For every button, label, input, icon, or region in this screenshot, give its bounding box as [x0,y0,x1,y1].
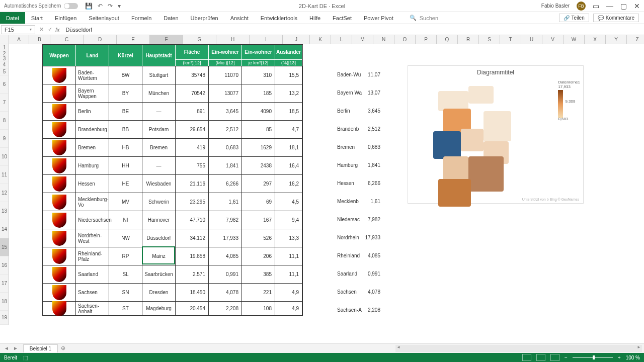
row-header-11[interactable]: 11 [0,166,9,184]
cell-auslaender[interactable]: 18,1 [275,139,302,156]
cancel-icon[interactable]: ✕ [39,26,44,33]
side-list-row[interactable]: Nordrhein17,933 [337,228,380,246]
cell-flaeche[interactable]: 19.858 [176,247,209,265]
col-header-J[interactable]: J [283,35,310,44]
cell-einwohner-km[interactable]: 1629 [242,139,275,156]
cell-kuerzel[interactable]: BW [109,66,142,84]
ribbon-tab-überprüfen[interactable]: Überprüfen [185,12,224,24]
cell-flaeche[interactable]: 755 [176,157,209,174]
cell-flaeche[interactable]: 47.710 [176,211,209,229]
cell-einwohner-mio[interactable]: 4,078 [209,284,242,301]
cell-hauptstadt[interactable]: — [142,157,176,174]
side-list-row[interactable]: Berlin3,645 [337,102,380,120]
cell-flaeche[interactable]: 18.450 [176,284,209,301]
cell-einwohner-mio[interactable]: 2,512 [209,121,242,138]
cell-hauptstadt[interactable]: Potsdam [142,121,176,138]
col-header-R[interactable]: R [458,35,479,44]
row-headers[interactable]: 12345678910111213141516171819 [0,44,9,325]
cell-einwohner-km[interactable]: 310 [242,66,275,84]
cell-land[interactable]: Brandenburg [76,121,109,138]
cell-hauptstadt[interactable]: Magdeburg [142,302,176,315]
col-header-Y[interactable]: Y [606,35,627,44]
ribbon-tab-start[interactable]: Start [25,12,49,24]
cell-auslaender[interactable]: 15,5 [275,66,302,84]
col-header-H[interactable]: H [216,35,250,44]
row-header-5[interactable]: 5 [0,68,9,75]
row-header-1[interactable]: 1 [0,44,9,51]
col-header-O[interactable]: O [394,35,416,44]
col-header-I[interactable]: I [250,35,283,44]
cell-land[interactable]: Baden-Württem [76,66,109,84]
cell-wappen[interactable] [43,265,76,283]
cell-land[interactable]: Rheinland-Pfalz [76,247,109,265]
col-header-G[interactable]: G [183,35,216,44]
cell-hauptstadt[interactable]: Dresden [142,284,176,301]
cell-flaeche[interactable]: 20.454 [176,302,209,315]
side-list-row[interactable]: Brandenb2,512 [337,120,380,138]
cell-einwohner-km[interactable]: 385 [242,265,275,283]
cell-einwohner-km[interactable]: 108 [242,302,275,315]
cell-land[interactable]: Sachsen [76,284,109,301]
cell-auslaender[interactable]: 16,2 [275,175,302,193]
cell-auslaender[interactable]: 18,5 [275,103,302,120]
cell-kuerzel[interactable]: NW [109,229,142,247]
cell-flaeche[interactable]: 891 [176,103,209,120]
ribbon-tab-power pivot[interactable]: Power Pivot [358,12,399,24]
cell-auslaender[interactable]: 4,5 [275,193,302,211]
cell-einwohner-mio[interactable]: 4,085 [209,247,242,265]
cell-wappen[interactable] [43,211,76,229]
cell-kuerzel[interactable]: ST [109,302,142,315]
cell-einwohner-mio[interactable]: 3,645 [209,103,242,120]
spreadsheet-grid[interactable]: ABCDEFGHIJKLMNOPQRSTUVWXYZ 1234567891011… [0,35,644,344]
ribbon-tab-ansicht[interactable]: Ansicht [224,12,255,24]
cell-einwohner-mio[interactable]: 17,933 [209,229,242,247]
qat-more-icon[interactable]: ▾ [118,3,121,10]
name-box[interactable]: F15▾ [1,25,35,34]
row-header-13[interactable]: 13 [0,202,9,220]
row-header-7[interactable]: 7 [0,94,9,112]
cell-wappen[interactable] [43,157,76,174]
cell-flaeche[interactable]: 419 [176,139,209,156]
cell-auslaender[interactable]: 9,4 [275,211,302,229]
cell-hauptstadt[interactable]: Wiesbaden [142,175,176,193]
autosave-toggle[interactable] [64,3,78,9]
row-header-4[interactable]: 4 [0,61,9,68]
cell-einwohner-km[interactable]: 526 [242,229,275,247]
cell-kuerzel[interactable]: SL [109,265,142,283]
cell-auslaender[interactable]: 16,4 [275,157,302,174]
search-box[interactable]: 🔍 Suchen [410,12,438,24]
cell-land[interactable]: Hamburg [76,157,109,174]
cell-hauptstadt[interactable]: Hannover [142,211,176,229]
cell-auslaender[interactable]: 4,9 [275,302,302,315]
select-all-corner[interactable] [0,35,9,44]
row-header-12[interactable]: 12 [0,184,9,202]
col-header-X[interactable]: X [585,35,606,44]
cell-einwohner-mio[interactable]: 0,991 [209,265,242,283]
side-list-row[interactable]: Mecklenb1,61 [337,192,380,210]
col-header-D[interactable]: D [84,35,117,44]
cell-auslaender[interactable]: 4,7 [275,121,302,138]
cell-einwohner-km[interactable]: 221 [242,284,275,301]
cell-einwohner-km[interactable]: 69 [242,193,275,211]
cell-kuerzel[interactable]: MV [109,193,142,211]
cell-auslaender[interactable]: 13,3 [275,229,302,247]
share-button[interactable]: 🔗 Teilen [559,14,589,22]
cell-einwohner-mio[interactable]: 7,982 [209,211,242,229]
cell-land[interactable]: Saarland [76,265,109,283]
cell-flaeche[interactable]: 21.116 [176,175,209,193]
cell-auslaender[interactable]: 11,1 [275,247,302,265]
redo-icon[interactable]: ↷ [108,3,113,10]
cell-kuerzel[interactable]: BY [109,84,142,102]
col-header-S[interactable]: S [479,35,500,44]
cell-wappen[interactable] [43,193,76,211]
maximize-button[interactable]: ▢ [620,2,627,10]
cell-einwohner-mio[interactable]: 2,208 [209,302,242,315]
cell-land[interactable]: Hessen [76,175,109,193]
ribbon-tab-factset[interactable]: FactSet [327,12,358,24]
cell-einwohner-km[interactable]: 85 [242,121,275,138]
cell-hauptstadt[interactable]: Bremen [142,139,176,156]
row-header-16[interactable]: 16 [0,256,9,275]
cell-wappen[interactable] [43,103,76,120]
ribbon-tab-datei[interactable]: Datei [0,12,25,24]
row-header-15[interactable]: 15 [0,238,9,256]
